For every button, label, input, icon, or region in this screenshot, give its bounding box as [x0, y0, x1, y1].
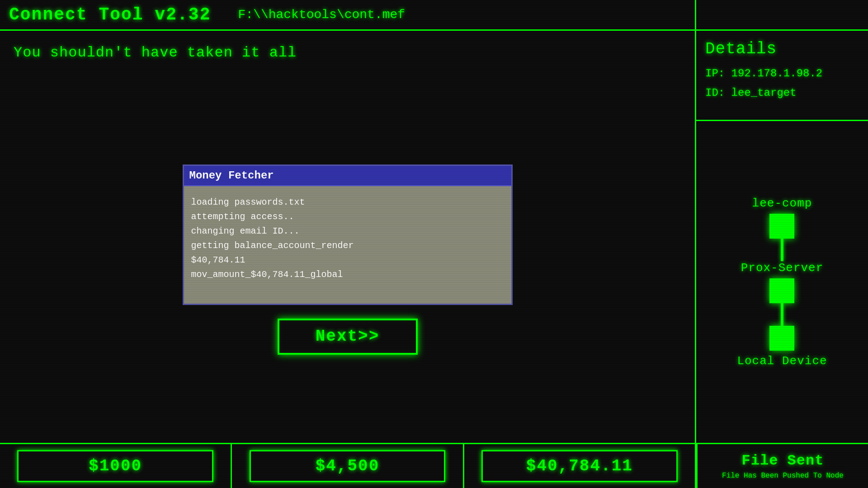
network-node-lee-comp: lee-comp	[752, 197, 812, 239]
node-connector-2	[781, 303, 783, 326]
main-screen: Connect Tool v2.32 F:\\hacktools\cont.me…	[0, 0, 868, 488]
bottom-bar: $1000 $4,500 $40,784.11 File Sent File H…	[0, 443, 868, 488]
amount-box-1: $1000	[0, 444, 232, 488]
dialog-line-2: attempting access..	[191, 210, 504, 224]
amount-box-2: $4,500	[232, 444, 464, 488]
details-ip: IP: 192.178.1.98.2	[705, 64, 859, 83]
file-sent-box: File Sent File Has Been Pushed To Node	[696, 444, 868, 488]
node-square-lee-comp	[769, 214, 794, 239]
network-node-prox-server: Prox-Server	[741, 261, 824, 303]
amount-text-2: $4,500	[316, 457, 380, 475]
dialog-line-1: loading passwords.txt	[191, 195, 504, 210]
amount-inner-1: $1000	[17, 450, 213, 482]
header-left: Connect Tool v2.32 F:\\hacktools\cont.me…	[0, 0, 696, 29]
node-label-prox-server: Prox-Server	[741, 261, 824, 275]
dialog-line-6: mov_amount_$40,784.11_global	[191, 267, 504, 282]
dialog-container: Money Fetcher loading passwords.txt atte…	[0, 85, 695, 443]
node-square-prox-server	[769, 278, 794, 303]
network-node-local-device: Local Device	[737, 326, 827, 368]
dialog-content: loading passwords.txt attempting access.…	[184, 186, 511, 304]
next-button[interactable]: Next>>	[278, 319, 418, 355]
amount-box-3: $40,784.11	[464, 444, 696, 488]
header: Connect Tool v2.32 F:\\hacktools\cont.me…	[0, 0, 868, 31]
main-area: You shouldn't have taken it all Money Fe…	[0, 31, 868, 443]
amount-inner-2: $4,500	[250, 450, 446, 482]
amount-text-3: $40,784.11	[526, 457, 633, 475]
amount-text-1: $1000	[89, 457, 142, 475]
node-label-local-device: Local Device	[737, 354, 827, 368]
message-area: You shouldn't have taken it all	[0, 31, 695, 85]
money-fetcher-dialog: Money Fetcher loading passwords.txt atte…	[183, 164, 513, 305]
node-connector-1	[781, 239, 783, 261]
node-square-local-device	[769, 326, 794, 351]
node-label-lee-comp: lee-comp	[752, 197, 812, 210]
network-diagram: lee-comp Prox-Server Local Device	[696, 121, 868, 443]
file-sent-subtitle: File Has Been Pushed To Node	[722, 472, 844, 480]
message-text: You shouldn't have taken it all	[14, 44, 297, 61]
amount-inner-3: $40,784.11	[481, 450, 678, 482]
right-panel: Details IP: 192.178.1.98.2 ID: lee_targe…	[696, 31, 868, 443]
dialog-line-3: changing email ID...	[191, 224, 504, 239]
header-right	[696, 0, 868, 29]
details-section: Details IP: 192.178.1.98.2 ID: lee_targe…	[696, 31, 868, 121]
details-id: ID: lee_target	[705, 83, 859, 103]
dialog-line-4: getting balance_account_render	[191, 239, 504, 253]
dialog-line-5: $40,784.11	[191, 253, 504, 267]
left-panel: You shouldn't have taken it all Money Fe…	[0, 31, 696, 443]
file-sent-title: File Sent	[742, 452, 824, 469]
app-title: Connect Tool v2.32	[9, 5, 211, 24]
dialog-title: Money Fetcher	[184, 166, 511, 186]
file-path: F:\\hacktools\cont.mef	[238, 8, 405, 22]
details-title: Details	[705, 40, 859, 58]
